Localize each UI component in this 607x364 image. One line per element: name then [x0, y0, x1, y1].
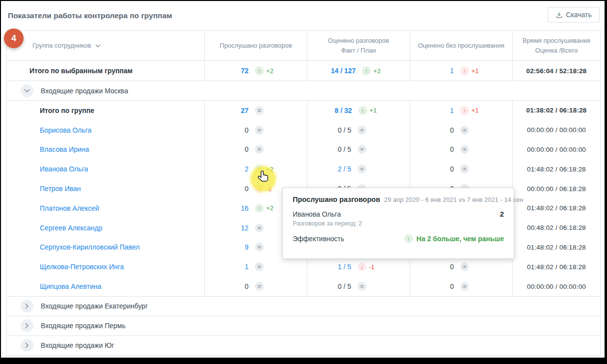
table-cell-time: 02:56:04 / 52:18:28	[512, 61, 600, 81]
column-header: Прослушано разговоров	[204, 31, 307, 60]
equals-icon[interactable]: =	[255, 224, 264, 232]
equals-icon[interactable]: =	[460, 126, 469, 135]
employee-name[interactable]: Власова Ирина	[7, 140, 204, 160]
cell-value[interactable]: 1	[438, 67, 454, 75]
equals-icon[interactable]: =	[358, 126, 366, 135]
employee-name[interactable]: Борисова Ольга	[7, 120, 204, 140]
employee-name[interactable]: Иванова Ольга	[7, 159, 204, 179]
cell-value: 0	[438, 263, 454, 271]
employee-row: Иванова Ольга2↑+22 / 5=0=01:48:02 / 06:1…	[7, 159, 600, 179]
group-row-label: Входящие продажи Пермь	[41, 322, 126, 330]
group-row[interactable]: Входящие продажи Екатеринбург	[7, 296, 600, 316]
cell-value[interactable]: 2 / 5	[335, 165, 351, 173]
cell-value[interactable]: 1	[233, 263, 248, 271]
cell-value[interactable]: 72	[233, 67, 248, 75]
arrow-up-icon: ↑	[404, 234, 413, 243]
table-cell: 0=	[410, 277, 512, 296]
employee-name[interactable]: Сергеев Александр	[7, 218, 204, 238]
arrow-up-icon[interactable]: ↑	[460, 66, 469, 75]
hand-cursor-icon	[257, 170, 270, 186]
metric-tooltip: Прослушано разговоров 29 апр 2020 - 6 ян…	[282, 188, 514, 259]
cell-value: 0	[233, 282, 248, 290]
group-row[interactable]: Входящие продажи Пермь	[7, 316, 600, 336]
trend-delta: +1	[471, 107, 484, 114]
time-value: 00:48:02 / 06:18:28	[527, 224, 586, 231]
cell-value[interactable]: 1	[438, 107, 454, 114]
table-cell: 14 / 127↑+2	[307, 61, 410, 81]
equals-icon[interactable]: =	[358, 145, 366, 154]
equals-icon[interactable]: =	[358, 165, 366, 173]
group-row[interactable]: Входящие продажи Юг	[7, 336, 600, 355]
cell-value: 0	[438, 126, 454, 134]
table-cell-time: 01:48:02 / 06:18:28	[512, 257, 600, 277]
trend-delta: +2	[266, 204, 279, 212]
equals-icon[interactable]: =	[255, 145, 264, 154]
equals-icon[interactable]: =	[460, 262, 469, 271]
equals-icon[interactable]: =	[460, 282, 469, 291]
arrow-down-icon[interactable]: ↓	[358, 262, 366, 271]
report-page: Показатели работы контролера по группам …	[1, 1, 605, 358]
employee-name[interactable]: Щелкова-Петровских Инга	[7, 257, 204, 277]
equals-icon[interactable]: =	[255, 243, 264, 252]
chevron-right-icon	[21, 319, 33, 332]
table-cell: 0 / 5=	[307, 120, 410, 140]
equals-icon[interactable]: =	[255, 262, 264, 271]
arrow-up-icon[interactable]: ↑	[362, 66, 371, 75]
equals-icon[interactable]: =	[255, 282, 264, 291]
arrow-up-icon[interactable]: ↑	[255, 204, 264, 213]
tooltip-person: Иванова Ольга	[293, 210, 341, 218]
time-value: 00:00:00 / 00:00:00	[527, 283, 586, 290]
table-cell-time: 00:48:02 / 06:18:28	[512, 218, 600, 238]
time-value: 02:56:04 / 52:18:28	[526, 67, 586, 75]
arrow-up-icon[interactable]: ↑	[255, 66, 264, 75]
cell-value[interactable]: 27	[233, 107, 248, 114]
cell-value[interactable]: 1 / 5	[335, 263, 351, 271]
cell-value: 0	[438, 145, 454, 153]
table-cell-time: 01:48:02 / 06:18:28	[512, 198, 600, 218]
time-value: 01:48:02 / 06:18:28	[527, 263, 586, 271]
tooltip-subtitle: Разговоров за период: 2	[293, 220, 504, 227]
employee-name[interactable]: Серпухов-Кирилловский Павел	[7, 238, 204, 257]
employee-name[interactable]: Петров Иван	[7, 179, 204, 198]
cell-value[interactable]: 16	[233, 204, 248, 212]
trend-delta: -1	[369, 263, 382, 271]
download-button[interactable]: Скачать	[548, 7, 600, 23]
table-cell: 2 / 5=	[307, 159, 410, 179]
time-value: 01:38:02 / 06:18:28	[526, 107, 586, 114]
table-cell-time: 00:00:00 / 06:18:28	[512, 179, 600, 198]
cell-value[interactable]: 9	[233, 243, 248, 251]
column-header-group[interactable]: Группа сотрудников	[7, 31, 204, 60]
cell-value: 0	[233, 185, 248, 193]
time-value: 00:00:00 / 00:00:00	[527, 126, 586, 134]
cell-value: 0 / 5	[335, 126, 351, 134]
table-cell: 8 / 32↑+1	[307, 101, 410, 120]
group-row-label: Входящие продажи Екатеринбург	[41, 302, 148, 310]
equals-icon[interactable]: =	[460, 165, 469, 173]
cell-value[interactable]: 2	[233, 165, 248, 173]
employee-name[interactable]: Щипцова Алевтина	[7, 277, 204, 296]
equals-icon[interactable]: =	[255, 126, 264, 135]
group-row-label: Входящие продажи Москва	[41, 87, 128, 95]
table-cell: 1 / 5↓-1	[307, 257, 410, 277]
employee-row: Власова Ирина0=0 / 5=0=00:00:00 / 00:00:…	[7, 140, 600, 160]
cell-value[interactable]: 14 / 127	[331, 67, 356, 75]
table-cell: 0 / 5=	[307, 140, 410, 160]
group-summary-row: Итого по группе27=8 / 32↑+11↑+101:38:02 …	[7, 101, 600, 120]
time-value: 01:48:02 / 06:18:28	[527, 244, 586, 251]
group-row[interactable]: Входящие продажи Москва	[7, 81, 600, 100]
column-header-label: Оценка /Всего	[535, 46, 578, 56]
cell-value[interactable]: 12	[233, 224, 248, 232]
equals-icon[interactable]: =	[460, 145, 469, 154]
employee-name[interactable]: Платонов Алексей	[7, 198, 204, 218]
tooltip-title: Прослушано разговоров	[293, 196, 380, 203]
arrow-up-icon[interactable]: ↑	[359, 106, 367, 115]
table-cell: 0=	[410, 159, 512, 179]
arrow-up-icon[interactable]: ↑	[460, 106, 469, 115]
cell-value[interactable]: 8 / 32	[334, 107, 352, 114]
cell-value: 0 / 5	[335, 282, 351, 290]
equals-icon[interactable]: =	[255, 106, 264, 115]
column-header-label: Факт / План	[341, 46, 376, 56]
column-header: Время прослушиванияОценка /Всего	[512, 31, 600, 60]
group-row-label: Входящие продажи Юг	[41, 341, 114, 349]
equals-icon[interactable]: =	[358, 282, 366, 291]
